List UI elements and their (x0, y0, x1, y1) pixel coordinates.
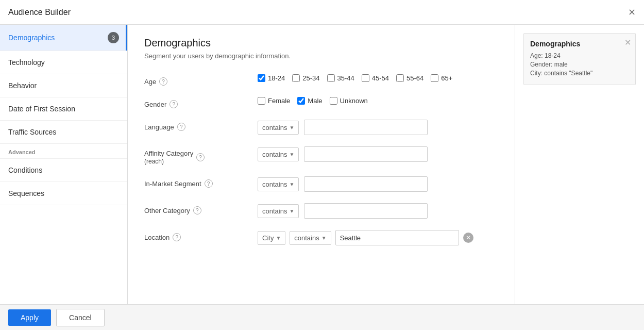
sidebar-item-date-of-first-session[interactable]: Date of First Session (0, 97, 127, 121)
segment-card-gender: Gender: male (530, 61, 629, 68)
age-checkbox-group: 18-24 25-34 35-44 45-54 55-64 65+ (258, 74, 452, 82)
location-type-dropdown[interactable]: City ▼ (258, 231, 285, 245)
footer: Apply Cancel (0, 304, 644, 330)
age-35-44[interactable]: 35-44 (327, 74, 354, 82)
location-contains-dropdown[interactable]: contains ▼ (290, 231, 331, 245)
affinity-input[interactable] (304, 146, 428, 162)
sidebar-item-label: Date of First Session (8, 105, 75, 113)
sidebar-item-conditions[interactable]: Conditions (0, 159, 127, 182)
location-remove-button[interactable]: ✕ (463, 233, 473, 243)
chevron-down-icon: ▼ (289, 125, 294, 130)
gender-female[interactable]: Female (258, 97, 290, 105)
chevron-down-icon: ▼ (289, 152, 294, 157)
segment-card: ✕ Demographics Age: 18-24 Gender: male C… (523, 33, 636, 85)
sidebar-item-traffic-sources[interactable]: Traffic Sources (0, 121, 127, 144)
gender-unknown[interactable]: Unknown (330, 97, 368, 105)
close-button[interactable]: ✕ (628, 7, 636, 18)
gender-row: Gender ? Female Male Unknown (144, 97, 498, 108)
age-help-icon[interactable]: ? (159, 77, 167, 86)
language-row: Language ? contains ▼ (144, 120, 498, 135)
sidebar-item-behavior[interactable]: Behavior (0, 74, 127, 97)
chevron-down-icon: ▼ (289, 182, 294, 187)
other-input[interactable] (304, 203, 428, 219)
affinity-controls: contains ▼ (258, 146, 428, 162)
segment-card-close-button[interactable]: ✕ (624, 38, 631, 47)
sidebar-items: Demographics 3 Technology Behavior Date … (0, 25, 127, 330)
header: Audience Builder ✕ (0, 0, 644, 25)
sidebar: Demographics 3 Technology Behavior Date … (0, 25, 128, 330)
sidebar-item-demographics[interactable]: Demographics 3 (0, 25, 127, 51)
inmarket-input[interactable] (304, 176, 428, 192)
content-subtitle: Segment your users by demographic inform… (144, 52, 498, 60)
other-row: Other Category ? contains ▼ (144, 203, 498, 219)
gender-help-icon[interactable]: ? (170, 100, 178, 108)
gender-checkbox-group: Female Male Unknown (258, 97, 368, 105)
location-value-input[interactable] (335, 230, 459, 245)
gender-label: Gender ? (144, 97, 258, 108)
segment-card-age: Age: 18-24 (530, 52, 629, 59)
other-controls: contains ▼ (258, 203, 428, 219)
affinity-label: Affinity Category(reach) ? (144, 146, 258, 165)
affinity-help-icon[interactable]: ? (196, 153, 205, 161)
location-help-icon[interactable]: ? (173, 233, 181, 241)
age-row: Age ? 18-24 25-34 35-44 45-54 55-64 (144, 74, 498, 86)
segment-card-title: Demographics (530, 40, 629, 48)
age-label: Age ? (144, 74, 258, 86)
sidebar-item-label: Sequences (8, 189, 44, 197)
inmarket-row: In-Market Segment ? contains ▼ (144, 176, 498, 192)
language-dropdown[interactable]: contains ▼ (258, 121, 299, 135)
apply-button[interactable]: Apply (8, 309, 51, 326)
sidebar-item-label: Behavior (8, 81, 37, 90)
language-input[interactable] (304, 120, 428, 135)
inmarket-label: In-Market Segment ? (144, 176, 258, 188)
segment-card-city: City: contains "Seattle" (530, 70, 629, 77)
sidebar-item-technology[interactable]: Technology (0, 51, 127, 74)
language-help-icon[interactable]: ? (177, 123, 185, 131)
language-controls: contains ▼ (258, 120, 428, 135)
sidebar-item-label: Demographics (8, 34, 55, 42)
language-label: Language ? (144, 120, 258, 131)
affinity-row: Affinity Category(reach) ? contains ▼ (144, 146, 498, 165)
right-panel: ✕ Demographics Age: 18-24 Gender: male C… (515, 25, 644, 330)
inmarket-help-icon[interactable]: ? (205, 179, 213, 188)
sidebar-item-label: Technology (8, 58, 45, 67)
age-45-54[interactable]: 45-54 (362, 74, 389, 82)
sidebar-item-label: Conditions (8, 166, 42, 174)
other-label: Other Category ? (144, 203, 258, 214)
age-18-24[interactable]: 18-24 (258, 74, 285, 82)
location-row: Location ? City ▼ contains ▼ ✕ (144, 230, 498, 245)
chevron-down-icon: ▼ (321, 235, 327, 241)
app-title: Audience Builder (8, 8, 71, 17)
location-label: Location ? (144, 230, 258, 241)
inmarket-controls: contains ▼ (258, 176, 428, 192)
age-25-34[interactable]: 25-34 (292, 74, 319, 82)
content-area: Demographics Segment your users by demog… (128, 25, 515, 330)
advanced-section-label: Advanced (0, 144, 127, 159)
age-65-plus[interactable]: 65+ (431, 74, 452, 82)
sidebar-item-label: Traffic Sources (8, 128, 56, 136)
other-dropdown[interactable]: contains ▼ (258, 204, 299, 218)
chevron-down-icon: ▼ (276, 235, 281, 241)
main-container: Demographics 3 Technology Behavior Date … (0, 25, 644, 330)
age-55-64[interactable]: 55-64 (396, 74, 423, 82)
content-title: Demographics (144, 37, 498, 49)
other-help-icon[interactable]: ? (193, 206, 201, 214)
cancel-button[interactable]: Cancel (56, 309, 105, 326)
affinity-dropdown[interactable]: contains ▼ (258, 147, 299, 161)
gender-male[interactable]: Male (297, 97, 322, 105)
demographics-badge: 3 (108, 32, 119, 43)
inmarket-dropdown[interactable]: contains ▼ (258, 177, 299, 191)
chevron-down-icon: ▼ (289, 208, 294, 214)
location-controls: City ▼ contains ▼ ✕ (258, 230, 473, 245)
sidebar-item-sequences[interactable]: Sequences (0, 182, 127, 205)
